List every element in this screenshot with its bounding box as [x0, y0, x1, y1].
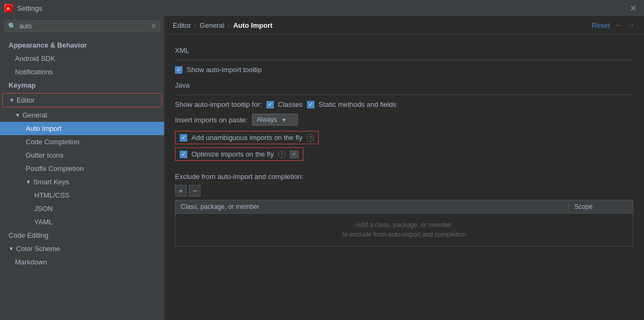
static-methods-checkbox[interactable] — [307, 101, 315, 108]
sidebar-item-auto-import[interactable]: Auto Import — [0, 122, 164, 135]
close-button[interactable]: ✕ — [626, 2, 640, 14]
optimize-imports-checkbox[interactable] — [180, 151, 187, 158]
editor-arrow-icon: ▼ — [9, 97, 14, 103]
sidebar-item-general[interactable]: ▼ General — [0, 108, 164, 122]
color-scheme-arrow-icon: ▼ — [9, 246, 14, 252]
code-completion-label: Code Completion — [26, 138, 79, 146]
forward-button[interactable]: → — [627, 20, 635, 30]
sidebar-item-html-css[interactable]: HTML/CSS — [0, 189, 164, 202]
sidebar-item-keymap[interactable]: Keymap — [0, 79, 164, 92]
sidebar-item-postfix-completion[interactable]: Postfix Completion — [0, 162, 164, 175]
search-icon: 🔍 — [8, 22, 16, 30]
remove-exclude-button[interactable]: − — [189, 185, 201, 197]
exclude-toolbar: + − — [175, 185, 633, 197]
yaml-label: YAML — [34, 218, 52, 226]
exclude-table-header: Class, package, or member Scope — [175, 200, 633, 214]
optimize-imports-label: Optimize imports on the fly — [191, 150, 274, 158]
sidebar-item-appearance-label: Appearance & Behavior — [9, 41, 87, 49]
show-tooltip-row: Show auto-import tooltip for: Classes St… — [175, 100, 633, 108]
general-arrow-icon: ▼ — [15, 112, 20, 118]
java-divider — [175, 95, 633, 95]
xml-show-tooltip-row: Show auto-import tooltip — [175, 66, 633, 74]
sidebar: 🔍 ✕ Appearance & Behavior Android SDK No… — [0, 16, 164, 320]
xml-section-label: XML — [175, 46, 633, 54]
general-label: General — [22, 111, 47, 119]
insert-imports-dropdown[interactable]: Always ▼ — [252, 114, 298, 126]
exclude-table: Class, package, or member Scope Add a cl… — [175, 200, 633, 246]
breadcrumb-general: General — [200, 21, 224, 29]
main-content: 🔍 ✕ Appearance & Behavior Android SDK No… — [0, 16, 644, 320]
top-bar-actions: Reset ← → — [592, 20, 635, 30]
static-methods-label: Static methods and fields — [319, 100, 396, 108]
gutter-icons-label: Gutter Icons — [26, 151, 64, 159]
add-exclude-button[interactable]: + — [175, 185, 187, 197]
add-unambiguous-label: Add unambiguous imports on the fly — [191, 134, 302, 142]
top-bar: Editor › General › Auto Import Reset ← → — [164, 16, 644, 35]
add-unambiguous-row: Add unambiguous imports on the fly ? — [175, 131, 319, 144]
sidebar-item-appearance-behavior[interactable]: Appearance & Behavior — [0, 38, 164, 52]
exclude-label: Exclude from auto-import and completion: — [175, 173, 633, 181]
breadcrumb-current: Auto Import — [233, 21, 273, 29]
exclude-section: Exclude from auto-import and completion:… — [175, 173, 633, 246]
window-title: Settings — [17, 4, 42, 12]
svg-text:A: A — [6, 6, 10, 11]
classes-checkbox[interactable] — [266, 101, 274, 108]
classes-label: Classes — [278, 100, 303, 108]
smart-keys-label: Smart Keys — [33, 178, 69, 186]
insert-imports-label: Insert imports on paste: — [175, 116, 248, 124]
search-clear-button[interactable]: ✕ — [151, 22, 156, 30]
breadcrumb-sep2: › — [228, 21, 230, 29]
java-section-label: Java — [175, 81, 633, 89]
editor-label: Editor — [17, 96, 35, 104]
sidebar-item-code-completion[interactable]: Code Completion — [0, 135, 164, 149]
add-unambiguous-help-icon[interactable]: ? — [306, 134, 314, 142]
auto-import-label: Auto Import — [26, 124, 62, 132]
color-scheme-label: Color Scheme — [16, 245, 60, 253]
add-unambiguous-checkbox[interactable] — [180, 134, 187, 142]
exclude-col-scope-header: Scope — [569, 200, 633, 213]
app-icon: A — [4, 4, 13, 12]
sidebar-item-smart-keys[interactable]: ▼ Smart Keys — [0, 175, 164, 189]
dropdown-value: Always — [257, 116, 277, 123]
reset-button[interactable]: Reset — [592, 21, 610, 29]
keymap-label: Keymap — [9, 81, 36, 89]
back-button[interactable]: ← — [614, 20, 623, 30]
sidebar-item-markdown[interactable]: Markdown — [0, 255, 164, 269]
android-sdk-label: Android SDK — [15, 54, 55, 63]
right-panel: Editor › General › Auto Import Reset ← →… — [164, 16, 644, 320]
sidebar-item-gutter-icons[interactable]: Gutter Icons — [0, 149, 164, 162]
optimize-imports-row: Optimize imports on the fly ? ⊞ — [175, 147, 303, 161]
search-wrapper[interactable]: 🔍 ✕ — [4, 20, 160, 32]
sidebar-item-notifications[interactable]: Notifications — [0, 65, 164, 79]
optimize-imports-settings-icon[interactable]: ⊞ — [290, 151, 298, 158]
notifications-label: Notifications — [15, 68, 53, 76]
sidebar-item-json[interactable]: JSON — [0, 202, 164, 215]
exclude-col-main-header: Class, package, or member — [175, 200, 569, 213]
dropdown-arrow-icon: ▼ — [281, 117, 287, 123]
xml-tooltip-checkbox[interactable] — [175, 66, 182, 74]
title-bar: A Settings ✕ — [0, 0, 644, 16]
postfix-completion-label: Postfix Completion — [26, 165, 83, 173]
sidebar-item-android-sdk[interactable]: Android SDK — [0, 52, 164, 65]
breadcrumb-sep1: › — [194, 21, 196, 29]
optimize-imports-help-icon[interactable]: ? — [278, 151, 286, 158]
search-input[interactable] — [19, 22, 148, 30]
breadcrumb: Editor › General › Auto Import — [173, 21, 273, 29]
show-tooltip-label: Show auto-import tooltip for: — [175, 100, 262, 108]
sidebar-item-editor[interactable]: ▼ Editor — [2, 93, 162, 107]
html-css-label: HTML/CSS — [34, 191, 70, 199]
sidebar-item-color-scheme[interactable]: ▼ Color Scheme — [0, 242, 164, 255]
insert-imports-row: Insert imports on paste: Always ▼ — [175, 114, 633, 126]
breadcrumb-editor: Editor — [173, 21, 191, 29]
sidebar-item-yaml[interactable]: YAML — [0, 215, 164, 229]
json-label: JSON — [34, 205, 53, 213]
sidebar-item-code-editing[interactable]: Code Editing — [0, 229, 164, 242]
title-bar-left: A Settings — [4, 4, 42, 12]
content-area: XML Show auto-import tooltip Java Show a… — [164, 35, 644, 320]
sidebar-nav: Appearance & Behavior Android SDK Notifi… — [0, 36, 164, 320]
smart-keys-arrow-icon: ▼ — [26, 179, 31, 185]
exclude-empty-line2: to exclude from auto-import and completi… — [342, 231, 466, 238]
exclude-table-body: Add a class, package, or member to exclu… — [175, 214, 633, 246]
xml-divider — [175, 60, 633, 60]
exclude-empty-line1: Add a class, package, or member — [356, 221, 452, 229]
